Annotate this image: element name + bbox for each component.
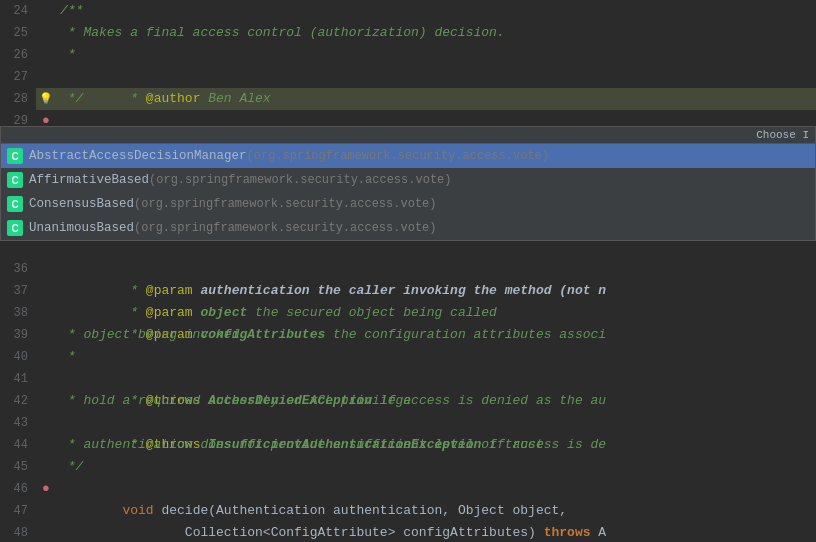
line-number-38: 38 (0, 302, 36, 324)
line-content-44: * authentication does not provide a suff… (56, 434, 816, 456)
line-47: 47 Collection<ConfigAttribute> configAtt… (0, 500, 816, 522)
line-number-37: 37 (0, 280, 36, 302)
line-28: 28 💡 */ (0, 88, 816, 110)
line-42: 42 * hold a required authority or ACL pr… (0, 390, 816, 412)
line-number-41: 41 (0, 368, 36, 390)
autocomplete-item-2[interactable]: C ConsensusBased (org.springframework.se… (1, 192, 815, 216)
line-43: 43 * @throws InsufficientAuthenticationE… (0, 412, 816, 434)
line-number-27: 27 (0, 66, 36, 88)
line-number-39: 39 (0, 324, 36, 346)
ac-package-0: (org.springframework.security.access.vot… (247, 149, 549, 163)
autocomplete-item-1[interactable]: C AffirmativeBased (org.springframework.… (1, 168, 815, 192)
line-number-24: 24 (0, 0, 36, 22)
line-41: 41 * @throws AccessDeniedException if ac… (0, 368, 816, 390)
line-content-28: */ (56, 88, 816, 110)
autocomplete-header-label: Choose I (756, 129, 809, 141)
line-40: 40 * (0, 346, 816, 368)
ac-icon-2: C (7, 196, 23, 212)
line-content-45: */ (56, 456, 816, 478)
ac-icon-0: C (7, 148, 23, 164)
gutter-46: ● (36, 478, 56, 500)
line-number-25: 25 (0, 22, 36, 44)
ac-package-1: (org.springframework.security.access.vot… (149, 173, 451, 187)
line-25: 25 * Makes a final access control (autho… (0, 22, 816, 44)
line-44: 44 * authentication does not provide a s… (0, 434, 816, 456)
line-content-26: * (56, 44, 816, 66)
line-number-28: 28 (0, 88, 36, 110)
line-27: 27 * @author Ben Alex (0, 66, 816, 88)
line-46: 46 ● void decide(Authentication authenti… (0, 478, 816, 500)
line-number-26: 26 (0, 44, 36, 66)
line-number-48: 48 (0, 522, 36, 542)
line-39: 39 * object being invoked (0, 324, 816, 346)
line-number-47: 47 (0, 500, 36, 522)
gutter-28: 💡 (36, 88, 56, 110)
exec-icon-46: ● (42, 478, 50, 500)
line-26: 26 * (0, 44, 816, 66)
line-number-44: 44 (0, 434, 36, 456)
editor-container: 24 /** 25 * Makes a final access control… (0, 0, 816, 542)
line-number-36: 36 (0, 258, 36, 280)
line-number-45: 45 (0, 456, 36, 478)
line-number-42: 42 (0, 390, 36, 412)
autocomplete-item-3[interactable]: C UnanimousBased (org.springframework.se… (1, 216, 815, 240)
line-24: 24 /** (0, 0, 816, 22)
line-38: 38 * @param configAttributes the configu… (0, 302, 816, 324)
lamp-icon[interactable]: 💡 (39, 88, 53, 110)
ac-package-2: (org.springframework.security.access.vot… (134, 197, 436, 211)
line-content-48: InsufficientAuthenticationException; (56, 522, 816, 542)
line-36: 36 * @param authentication the caller in… (0, 258, 816, 280)
autocomplete-item-0[interactable]: C AbstractAccessDecisionManager (org.spr… (1, 144, 815, 168)
ac-classname-0: AbstractAccessDecisionManager (29, 149, 247, 163)
line-37: 37 * @param object the secured object be… (0, 280, 816, 302)
autocomplete-header: Choose I (1, 127, 815, 144)
ac-classname-2: ConsensusBased (29, 197, 134, 211)
line-45: 45 */ (0, 456, 816, 478)
ac-classname-1: AffirmativeBased (29, 173, 149, 187)
code-area: 24 /** 25 * Makes a final access control… (0, 0, 816, 542)
ac-package-3: (org.springframework.security.access.vot… (134, 221, 436, 235)
line-content-40: * (56, 346, 816, 368)
line-content-25: * Makes a final access control (authoriz… (56, 22, 816, 44)
ac-icon-1: C (7, 172, 23, 188)
ac-classname-3: UnanimousBased (29, 221, 134, 235)
autocomplete-panel: Choose I C AbstractAccessDecisionManager… (0, 126, 816, 241)
line-48: 48 InsufficientAuthenticationException; (0, 522, 816, 542)
line-number-43: 43 (0, 412, 36, 434)
ac-icon-3: C (7, 220, 23, 236)
line-number-46: 46 (0, 478, 36, 500)
line-content-39: * object being invoked (56, 324, 816, 346)
line-content-24: /** (56, 0, 816, 22)
line-content-42: * hold a required authority or ACL privi… (56, 390, 816, 412)
line-number-40: 40 (0, 346, 36, 368)
